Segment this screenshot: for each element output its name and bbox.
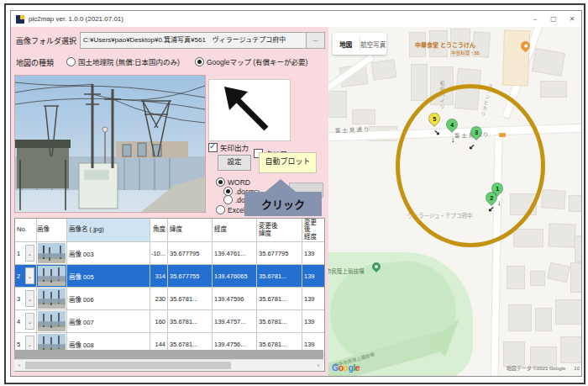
minimize-icon[interactable]: – bbox=[526, 11, 544, 27]
restaurant-label[interactable]: 中華食堂 とうこうけん bbox=[415, 40, 475, 49]
table-row[interactable]: 4⌄ 画像 007 160 35.6781... 139.4757... 35.… bbox=[15, 310, 325, 333]
map-building bbox=[548, 223, 575, 248]
horizontal-scrollbar[interactable]: ‹ › bbox=[14, 359, 323, 371]
header-image: 画像 bbox=[37, 219, 67, 241]
header-name: 画像名 (.jpg) bbox=[67, 219, 150, 241]
chevron-down-icon[interactable]: ⌄ bbox=[25, 313, 34, 330]
tab-map[interactable]: 地図 bbox=[333, 33, 360, 55]
radio-google-map[interactable]: Googleマップ (有償キーが必要) bbox=[195, 56, 307, 66]
direction-arrow-icon: ↙ bbox=[469, 144, 475, 151]
folder-select-label: 画像フォルダ選択 bbox=[16, 35, 76, 46]
map-building bbox=[507, 266, 525, 289]
radio-icon bbox=[216, 205, 225, 214]
chevron-down-icon[interactable]: ⌄ bbox=[25, 245, 34, 262]
window-title: pic2map ver. 1.0.0 (2021.07.01) bbox=[29, 15, 123, 23]
map-building bbox=[503, 341, 525, 367]
cell-adj-lng: 139 bbox=[302, 242, 324, 264]
map-building bbox=[532, 48, 565, 77]
row-number: 2 bbox=[17, 272, 20, 280]
cell-lng: 139.476065 bbox=[213, 265, 257, 287]
map-building bbox=[328, 91, 347, 118]
browse-button[interactable]: ... bbox=[306, 32, 325, 49]
radio-icon bbox=[66, 57, 76, 66]
map-building bbox=[555, 299, 581, 325]
tab-satellite[interactable]: 航空写真 bbox=[360, 33, 387, 55]
map-building bbox=[560, 336, 581, 363]
auto-plot-button[interactable]: 自動プロット bbox=[259, 152, 317, 173]
checkbox-icon bbox=[208, 143, 218, 152]
table-row-selected[interactable]: 2⌄ 画像 005 314 35.677755 139.476065 35.67… bbox=[15, 265, 325, 288]
radio-gsi-map[interactable]: 国土地理院 (無償:日本国内のみ) bbox=[66, 56, 180, 66]
app-icon bbox=[16, 15, 24, 24]
map-building bbox=[513, 229, 543, 247]
map-building bbox=[547, 262, 570, 283]
map-building bbox=[371, 59, 397, 81]
cell-adj-lat: 35.677795 bbox=[257, 242, 302, 264]
cell-lng: 139.4757... bbox=[213, 310, 257, 332]
row-number: 4 bbox=[17, 318, 20, 325]
cell-lng: 139.4761... bbox=[213, 242, 257, 264]
cell-lng: 139.47596 bbox=[213, 288, 257, 309]
direction-arrow-box bbox=[208, 79, 291, 141]
highlight-circle bbox=[396, 84, 545, 247]
cell-adj-lng: 139 bbox=[302, 310, 324, 332]
road-diagonal bbox=[328, 53, 375, 96]
cell-adj-lng: 139 bbox=[302, 288, 324, 309]
photo-preview bbox=[14, 75, 206, 213]
row-thumbnail bbox=[38, 311, 66, 331]
image-table[interactable]: No. 画像 画像名 (.jpg) 角度 緯度 経度 変更後 緯度 変更後 経度… bbox=[14, 218, 325, 372]
map-building bbox=[569, 195, 581, 212]
radio-word[interactable]: WORD bbox=[216, 177, 250, 187]
arrow-output-checkbox[interactable]: 矢印出力 bbox=[208, 142, 249, 152]
cell-angle: 160 bbox=[150, 310, 168, 332]
header-adj-lng: 変更後 経度 bbox=[302, 219, 324, 241]
cell-adj-lat: 35.6781... bbox=[257, 265, 302, 287]
google-logo[interactable]: Google bbox=[332, 362, 360, 373]
row-thumbnail bbox=[38, 266, 66, 286]
cell-adj-lat: 35.6781... bbox=[257, 288, 302, 309]
table-header-row: No. 画像 画像名 (.jpg) 角度 緯度 経度 変更後 緯度 変更後 経度 bbox=[15, 219, 325, 242]
map-building bbox=[570, 262, 581, 293]
map-building bbox=[411, 64, 428, 101]
map-building bbox=[540, 81, 567, 98]
map-building bbox=[575, 235, 581, 262]
row-number: 5 bbox=[17, 341, 20, 348]
close-icon[interactable]: ✕ bbox=[563, 11, 581, 27]
header-lat: 緯度 bbox=[168, 219, 213, 241]
chevron-down-icon[interactable]: ⌄ bbox=[25, 267, 34, 284]
map-canvas[interactable]: 中華食堂 とうこうけん 中華料理・$$ 富士見通り 富士見通り 和泉ハイツ メゾ… bbox=[328, 27, 581, 376]
scroll-left-icon[interactable]: ‹ bbox=[14, 360, 24, 371]
folder-path-field[interactable]: C:¥Users¥pao¥Desktop¥0.箕浦写真¥561 ヴィラージュテプ… bbox=[80, 32, 309, 49]
table-row[interactable]: 3⌄ 画像 006 230 35.6781... 139.47596 35.67… bbox=[15, 288, 325, 310]
row-thumbnail bbox=[38, 288, 66, 309]
map-building bbox=[541, 189, 565, 209]
cell-angle: -10... bbox=[150, 242, 168, 264]
header-angle: 角度 bbox=[150, 219, 168, 241]
cell-angle: 230 bbox=[150, 288, 168, 309]
scrollbar-thumb[interactable] bbox=[25, 362, 231, 369]
table-filler bbox=[14, 350, 323, 359]
map-building bbox=[535, 308, 552, 331]
header-lng: 経度 bbox=[213, 219, 257, 241]
scroll-right-icon[interactable]: › bbox=[313, 360, 323, 371]
cell-name: 画像 006 bbox=[67, 288, 150, 309]
cell-adj-lng: 139 bbox=[302, 265, 324, 287]
chevron-down-icon[interactable]: ⌄ bbox=[25, 290, 34, 307]
click-callout: クリック bbox=[244, 192, 322, 216]
northwest-arrow-icon bbox=[209, 80, 290, 140]
cell-lat: 35.6781... bbox=[168, 288, 213, 309]
map-tabs: 地図 航空写真 bbox=[333, 33, 386, 55]
radio-excel[interactable]: Excel bbox=[216, 205, 245, 214]
window-controls: – ▢ ✕ bbox=[526, 11, 581, 27]
direction-arrow-icon: ↘ bbox=[433, 130, 440, 137]
screenshot-frame: pic2map ver. 1.0.0 (2021.07.01) – ▢ ✕ 画像… bbox=[0, 0, 588, 386]
direction-arrow-icon: ↓ bbox=[497, 199, 501, 207]
direction-arrow-icon: ↓ bbox=[451, 136, 455, 144]
cell-adj-lat: 35.6781... bbox=[257, 310, 302, 332]
cell-name: 画像 003 bbox=[67, 242, 150, 264]
maximize-icon[interactable]: ▢ bbox=[544, 11, 563, 27]
cell-lat: 35.677795 bbox=[168, 242, 213, 264]
map-type-label: 地図の種類 bbox=[16, 57, 54, 68]
settings-button[interactable]: 設定 bbox=[218, 155, 251, 171]
table-row[interactable]: 1⌄ 画像 003 -10... 35.677795 139.4761... 3… bbox=[15, 242, 325, 265]
